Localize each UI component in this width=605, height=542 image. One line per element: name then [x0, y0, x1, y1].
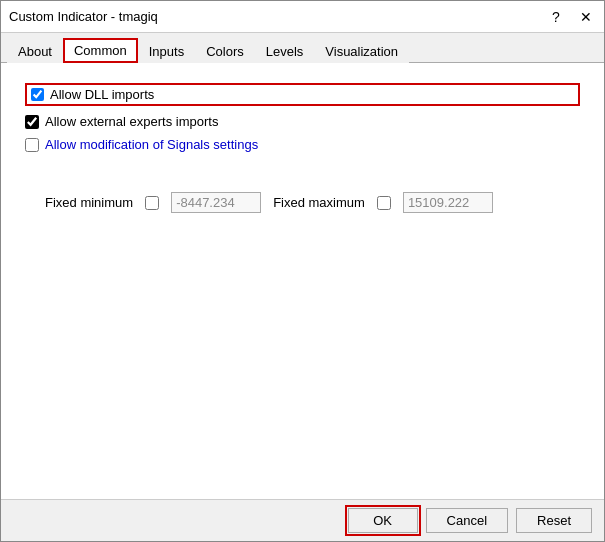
tab-inputs[interactable]: Inputs	[138, 39, 195, 63]
main-window: Custom Indicator - tmagiq ? ✕ About Comm…	[0, 0, 605, 542]
fixed-max-label: Fixed maximum	[273, 195, 365, 210]
fixed-max-input[interactable]	[403, 192, 493, 213]
fixed-max-checkbox[interactable]	[377, 196, 391, 210]
title-bar: Custom Indicator - tmagiq ? ✕	[1, 1, 604, 33]
ok-button[interactable]: OK	[348, 508, 418, 533]
fixed-min-input[interactable]	[171, 192, 261, 213]
content-area: Allow DLL imports Allow external experts…	[1, 63, 604, 499]
fixed-min-label: Fixed minimum	[45, 195, 133, 210]
dll-imports-label: Allow DLL imports	[50, 87, 154, 102]
tab-visualization[interactable]: Visualization	[314, 39, 409, 63]
signals-settings-row: Allow modification of Signals settings	[25, 137, 580, 152]
experts-imports-row: Allow external experts imports	[25, 114, 580, 129]
close-button[interactable]: ✕	[576, 7, 596, 27]
tab-about[interactable]: About	[7, 39, 63, 63]
dll-imports-checkbox[interactable]	[31, 88, 44, 101]
signals-settings-label: Allow modification of Signals settings	[45, 137, 258, 152]
fixed-min-checkbox[interactable]	[145, 196, 159, 210]
help-button[interactable]: ?	[546, 7, 566, 27]
tab-common[interactable]: Common	[63, 38, 138, 63]
reset-button[interactable]: Reset	[516, 508, 592, 533]
footer: OK Cancel Reset	[1, 499, 604, 541]
fixed-values-row: Fixed minimum Fixed maximum	[45, 192, 580, 213]
window-title: Custom Indicator - tmagiq	[9, 9, 158, 24]
tab-levels[interactable]: Levels	[255, 39, 315, 63]
experts-imports-checkbox[interactable]	[25, 115, 39, 129]
cancel-button[interactable]: Cancel	[426, 508, 508, 533]
tab-bar: About Common Inputs Colors Levels Visual…	[1, 33, 604, 63]
tab-colors[interactable]: Colors	[195, 39, 255, 63]
checkbox-group: Allow DLL imports Allow external experts…	[25, 83, 580, 152]
signals-settings-checkbox[interactable]	[25, 138, 39, 152]
title-controls: ? ✕	[546, 7, 596, 27]
experts-imports-label: Allow external experts imports	[45, 114, 218, 129]
dll-imports-row: Allow DLL imports	[25, 83, 580, 106]
